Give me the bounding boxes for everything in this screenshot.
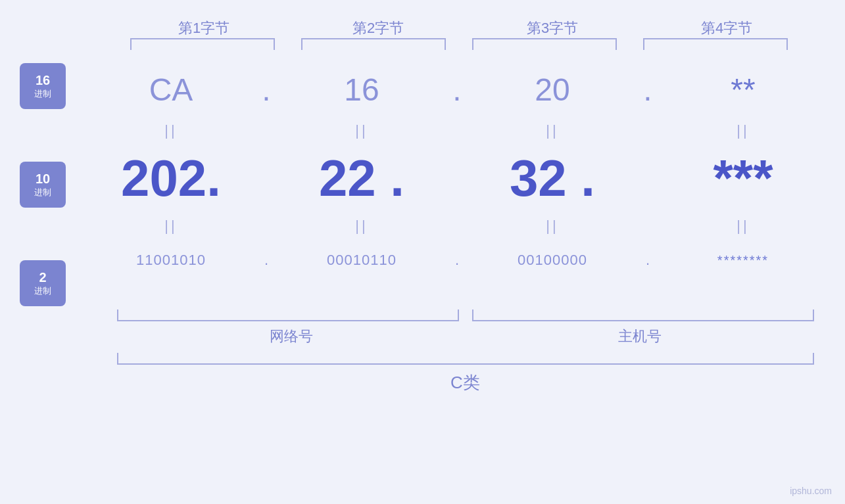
- col-header-3: 第3字节: [480, 18, 625, 38]
- bin-cell-1: 11001010: [99, 252, 243, 269]
- dec-label: 10 进制: [20, 162, 66, 208]
- bin-dot-3: .: [638, 252, 658, 269]
- hex-cell-3: 20: [480, 72, 625, 108]
- col-header-2: 第2字节: [306, 18, 450, 38]
- eq1-4: ||: [671, 122, 815, 139]
- hex-cell-2: 16: [289, 72, 434, 108]
- network-label: 网络号: [117, 327, 466, 346]
- col-header-1: 第1字节: [132, 18, 276, 38]
- eq2-2: ||: [289, 218, 434, 235]
- eq2-3: ||: [480, 218, 625, 235]
- watermark: ipshu.com: [790, 486, 832, 496]
- bin-cell-4: ********: [671, 253, 815, 268]
- main-container: 第1字节 第2字节 第3字节 第4字节 16 进制 10 进制 2 进制: [0, 0, 845, 504]
- ctype-label: C类: [117, 371, 814, 394]
- dec-cell-3: 32 .: [480, 149, 625, 208]
- dec-cell-2: 22 .: [289, 149, 434, 208]
- column-headers: 第1字节 第2字节 第3字节 第4字节: [117, 18, 814, 38]
- bracket-seg-4: [643, 38, 788, 50]
- host-label: 主机号: [466, 327, 814, 346]
- bin-label: 2 进制: [20, 260, 66, 306]
- bin-cell-3: 00100000: [480, 252, 625, 269]
- bracket-seg-2: [301, 38, 446, 50]
- bottom-labels: 网络号 主机号: [117, 327, 814, 346]
- hex-cell-1: CA: [99, 72, 243, 108]
- equals-row-1: || || || ||: [85, 116, 845, 145]
- eq1-1: ||: [99, 122, 243, 139]
- bracket-bottom-right: [472, 309, 814, 321]
- dec-row: 202. 22 . 32 . ***: [85, 145, 845, 211]
- data-grid: 16 进制 10 进制 2 进制 CA . 16 . 20 . **: [0, 57, 845, 306]
- col-header-4: 第4字节: [654, 18, 799, 38]
- bracket-seg-1: [130, 38, 275, 50]
- bin-row: 11001010 . 00010110 . 00100000 . *******…: [85, 241, 845, 280]
- dec-cell-1: 202.: [99, 149, 243, 208]
- hex-row: CA . 16 . 20 . **: [85, 63, 845, 116]
- eq2-1: ||: [99, 218, 243, 235]
- hex-cell-4: **: [671, 72, 815, 108]
- hex-label: 16 进制: [20, 63, 66, 109]
- data-columns: CA . 16 . 20 . ** || || || || 202.: [85, 57, 845, 280]
- eq2-4: ||: [671, 218, 815, 235]
- bottom-brackets: [117, 309, 814, 321]
- bin-dot-2: .: [447, 252, 467, 269]
- ctype-area: C类: [117, 353, 814, 394]
- bracket-seg-3: [472, 38, 617, 50]
- bin-cell-2: 00010110: [289, 252, 434, 269]
- ctype-bracket: [117, 353, 814, 365]
- bracket-bottom-left: [117, 309, 459, 321]
- eq1-2: ||: [289, 122, 434, 139]
- hex-dot-2: .: [447, 72, 467, 108]
- row-labels: 16 进制 10 进制 2 进制: [0, 63, 85, 306]
- bottom-bracket-area: 网络号 主机号: [117, 309, 814, 346]
- bin-dot-1: .: [256, 252, 276, 269]
- hex-dot-3: .: [638, 72, 658, 108]
- top-bracket-row: [117, 38, 814, 50]
- equals-row-2: || || || ||: [85, 211, 845, 241]
- hex-dot-1: .: [256, 72, 276, 108]
- eq1-3: ||: [480, 122, 625, 139]
- dec-cell-4: ***: [671, 149, 815, 208]
